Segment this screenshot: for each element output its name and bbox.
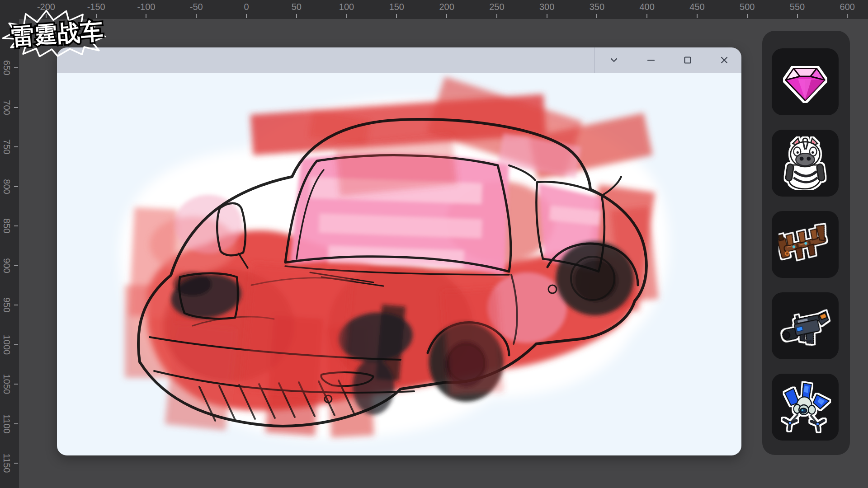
ruler-left-label: 700: [2, 94, 11, 121]
ruler-top-label: -200: [28, 2, 64, 12]
ruler-tick: [396, 14, 397, 18]
window-titlebar[interactable]: [57, 47, 741, 73]
ruler-top-label: 250: [479, 2, 515, 12]
ruler-left-label: 800: [2, 173, 11, 200]
ruler-tick: [596, 14, 597, 18]
sidebar-item-submachine-gun[interactable]: [772, 292, 839, 359]
ruler-tick: [96, 14, 97, 18]
logo-text: 雷霆战车: [10, 18, 104, 50]
ruler-tick: [14, 186, 18, 187]
sidebar-panel: [762, 31, 850, 455]
sidebar-item-zebra[interactable]: [772, 130, 839, 197]
close-icon: [719, 55, 730, 66]
ruler-left-label: 1000: [2, 331, 11, 358]
ruler-top-label: 600: [829, 2, 865, 12]
ruler-left-label: 850: [2, 212, 11, 239]
ruler-tick: [146, 14, 146, 18]
ruler-tick: [346, 14, 347, 18]
close-button[interactable]: [719, 55, 730, 66]
drawing-canvas[interactable]: [57, 73, 741, 455]
ruler-left-label: 950: [2, 291, 11, 319]
ruler-tick: [446, 14, 447, 18]
ruler-left-label: 750: [2, 133, 11, 160]
ruler-top-label: 50: [278, 2, 315, 12]
ruler-left-label: 900: [2, 252, 11, 279]
maximize-icon: [682, 55, 693, 66]
gem-icon: [778, 55, 832, 108]
minimize-button[interactable]: [646, 55, 656, 66]
ruler-tick: [296, 14, 297, 18]
drone-icon: [778, 380, 832, 434]
ruler-top-label: 0: [228, 2, 264, 12]
sidebar-item-spiked-axle[interactable]: [772, 211, 839, 278]
ruler-tick: [14, 146, 18, 147]
sidebar-item-pink-gem[interactable]: [772, 48, 839, 115]
ruler-tick: [14, 344, 18, 345]
ruler-tick: [14, 265, 18, 266]
ruler-tick: [46, 14, 47, 18]
ruler-top-label: 550: [779, 2, 816, 12]
spiked-axle-icon: [778, 218, 832, 271]
ruler-top-label: -150: [78, 2, 114, 12]
ruler-left-label: 1050: [2, 371, 11, 398]
ruler-tick: [14, 384, 18, 385]
ruler-top-label: 500: [729, 2, 765, 12]
ruler-top-label: 400: [629, 2, 665, 12]
collapse-button[interactable]: [609, 55, 619, 66]
maximize-button[interactable]: [682, 55, 693, 66]
chevron-down-icon: [609, 55, 619, 66]
app-root: -200-150-100-500501001502002503003504004…: [0, 0, 868, 488]
zebra-icon: [778, 136, 832, 190]
ruler-top-label: 450: [679, 2, 715, 12]
ruler-tick: [797, 14, 798, 18]
ruler-top: -200-150-100-500501001502002503003504004…: [0, 0, 868, 19]
ruler-tick: [14, 305, 18, 305]
ruler-top-label: 350: [579, 2, 615, 12]
ruler-tick: [14, 225, 18, 226]
ruler-tick: [14, 107, 18, 108]
ruler-left-label: 1100: [2, 410, 11, 437]
ruler-tick: [747, 14, 748, 18]
ruler-tick: [646, 14, 647, 18]
titlebar-divider: [594, 47, 595, 73]
ruler-tick: [14, 463, 18, 464]
ruler-top-label: 150: [378, 2, 415, 12]
minimize-icon: [646, 55, 656, 66]
ruler-top-label: -100: [128, 2, 164, 12]
ruler-tick: [496, 14, 497, 18]
ruler-top-label: -50: [178, 2, 214, 12]
ruler-tick: [246, 14, 247, 18]
ruler-top-label: 300: [529, 2, 565, 12]
ruler-tick: [547, 14, 547, 18]
ruler-top-label: 100: [329, 2, 365, 12]
ruler-top-label: 200: [429, 2, 465, 12]
ruler-left-label: 1150: [2, 450, 11, 477]
ruler-tick: [697, 14, 698, 18]
ruler-tick: [847, 14, 848, 18]
ruler-tick: [196, 14, 197, 18]
ruler-tick: [14, 67, 18, 68]
drawing-window: [57, 47, 741, 455]
ruler-tick: [14, 423, 18, 424]
gun-icon: [778, 299, 832, 352]
sidebar-item-blue-drone[interactable]: [772, 374, 839, 441]
ruler-left: 6507007508008509009501000105011001150: [0, 0, 19, 488]
ruler-left-label: 650: [2, 54, 11, 81]
car-sketch: [57, 73, 741, 455]
